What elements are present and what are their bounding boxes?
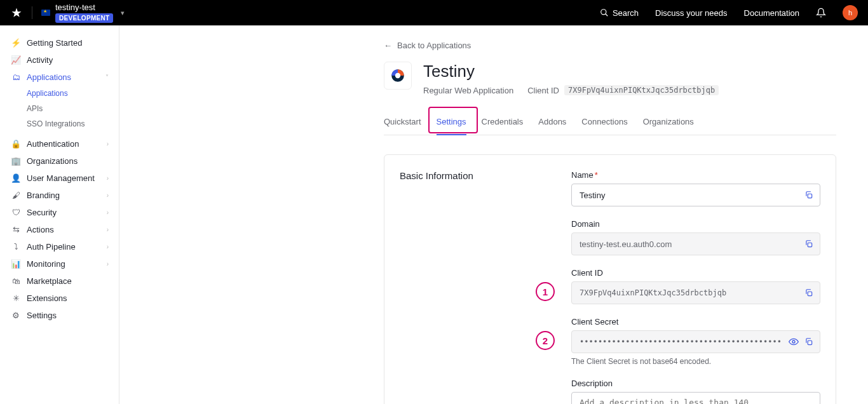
chevron-icon: › [107, 243, 109, 250]
svg-point-0 [601, 10, 606, 15]
sidebar-item-label: Auth Pipeline [27, 242, 76, 252]
basic-information-card: Basic Information Name* [384, 154, 836, 404]
description-label: Description [571, 379, 820, 388]
copy-client-id-button[interactable] [803, 286, 815, 299]
actions-icon: ⇆ [11, 226, 20, 234]
sidebar-item-marketplace[interactable]: 🛍Marketplace [0, 273, 119, 290]
svg-rect-5 [808, 243, 811, 246]
domain-input [571, 232, 820, 255]
annotation-2: 2 [536, 331, 555, 350]
sidebar-item-applications[interactable]: 🗂Applications˅ [0, 69, 119, 86]
security-icon: 🛡 [11, 208, 20, 217]
sidebar-subitem-applications-sub[interactable]: Applications [27, 87, 119, 100]
client-secret-field: 2 Client Secret The Client Secret is not [571, 317, 820, 366]
sidebar-item-organizations[interactable]: 🏢Organizations [0, 152, 119, 170]
sidebar-item-label: Getting Started [27, 38, 82, 48]
authentication-icon: 🔒 [11, 140, 20, 149]
application-type: Regular Web Application [423, 86, 513, 95]
name-label: Name* [571, 170, 820, 180]
back-to-applications[interactable]: ← Back to Applications [384, 41, 836, 50]
svg-point-7 [792, 340, 795, 343]
copy-domain-button[interactable] [803, 238, 815, 250]
chevron-icon: › [107, 140, 109, 147]
sidebar-item-security[interactable]: 🛡Security› [0, 204, 119, 221]
notifications-button[interactable] [816, 8, 826, 18]
topbar-divider [32, 6, 32, 19]
tab-settings[interactable]: Settings [437, 111, 466, 135]
topbar: testiny-test DEVELOPMENT ▾ Search Discus… [0, 0, 868, 25]
sidebar-item-label: Extensions [27, 293, 67, 303]
tab-credentials[interactable]: Credentials [482, 111, 524, 135]
bell-icon [816, 8, 826, 18]
name-field: Name* [571, 170, 820, 206]
client-secret-help: The Client Secret is not base64 encoded. [571, 357, 820, 366]
tab-organizations[interactable]: Organizations [643, 111, 694, 135]
user-avatar[interactable]: h [843, 5, 858, 20]
documentation-link[interactable]: Documentation [744, 8, 799, 18]
sidebar-item-label: Applications [27, 72, 71, 82]
sidebar-item-label: Organizations [27, 156, 78, 166]
tenant-switcher[interactable]: testiny-test DEVELOPMENT ▾ [41, 3, 125, 23]
copy-icon [804, 191, 813, 199]
sidebar-item-label: Security [27, 208, 57, 217]
copy-client-secret-button[interactable] [803, 335, 815, 348]
sidebar-item-auth-pipeline[interactable]: ⤵Auth Pipeline› [0, 238, 119, 255]
monitoring-icon: 📊 [11, 260, 20, 269]
sidebar-subitem-sso[interactable]: SSO Integrations [27, 118, 119, 130]
topbar-right: Search Discuss your needs Documentation … [600, 5, 858, 20]
getting-started-icon: ⚡ [11, 39, 20, 48]
user-management-icon: 👤 [11, 174, 20, 183]
sidebar-item-branding[interactable]: 🖌Branding› [0, 187, 119, 204]
main-content: ← Back to Applications Testiny Regular W… [119, 25, 868, 404]
domain-label: Domain [571, 219, 820, 229]
sidebar-item-label: Monitoring [27, 259, 65, 269]
organizations-icon: 🏢 [11, 157, 20, 166]
extensions-icon: ✳ [11, 294, 20, 303]
domain-field: Domain [571, 219, 820, 255]
application-header: Testiny Regular Web Application Client I… [384, 62, 836, 95]
chevron-icon: ˅ [105, 74, 109, 81]
application-tabs: QuickstartSettingsCredentialsAddonsConne… [384, 111, 836, 135]
copy-name-button[interactable] [803, 189, 815, 201]
reveal-secret-button[interactable] [787, 335, 800, 348]
sidebar-item-label: Branding [27, 191, 60, 200]
auth0-logo[interactable] [10, 6, 23, 19]
client-id-label: Client ID [571, 268, 820, 278]
sidebar-item-getting-started[interactable]: ⚡Getting Started [0, 34, 119, 51]
auth-pipeline-icon: ⤵ [11, 243, 20, 252]
sidebar-item-activity[interactable]: 📈Activity [0, 51, 119, 69]
sidebar-item-actions[interactable]: ⇆Actions› [0, 221, 119, 238]
tab-connections[interactable]: Connections [581, 111, 627, 135]
sidebar-item-label: Settings [27, 311, 57, 320]
sidebar-item-authentication[interactable]: 🔒Authentication› [0, 135, 119, 152]
section-title: Basic Information [400, 170, 552, 404]
sidebar-subitem-apis[interactable]: APIs [27, 102, 119, 115]
sidebar-item-label: Marketplace [27, 276, 72, 286]
name-input[interactable] [571, 184, 820, 206]
client-id-value-inline: 7X9FpVq4uixnPIQKtxJqc35drbctbjqb [564, 85, 719, 95]
activity-icon: 📈 [11, 56, 20, 65]
tab-quickstart[interactable]: Quickstart [384, 111, 421, 135]
search-label: Search [613, 8, 639, 18]
search-button[interactable]: Search [600, 8, 639, 18]
tenant-name: testiny-test [55, 3, 95, 12]
discuss-link[interactable]: Discuss your needs [655, 8, 727, 18]
sidebar-item-extensions[interactable]: ✳Extensions [0, 290, 119, 307]
sidebar-item-user-management[interactable]: 👤User Management› [0, 170, 119, 187]
description-input[interactable] [571, 392, 820, 404]
chevron-icon: › [107, 226, 109, 233]
sidebar: ⚡Getting Started📈Activity🗂Applications˅A… [0, 25, 119, 404]
svg-rect-6 [808, 292, 811, 295]
svg-point-3 [395, 73, 400, 78]
svg-rect-4 [808, 194, 811, 198]
sidebar-item-label: Activity [27, 55, 53, 65]
sidebar-item-settings[interactable]: ⚙Settings [0, 307, 119, 324]
client-secret-input [571, 330, 820, 353]
copy-icon [804, 239, 813, 248]
eye-icon [789, 337, 799, 347]
sidebar-item-monitoring[interactable]: 📊Monitoring› [0, 255, 119, 273]
client-secret-label: Client Secret [571, 317, 820, 327]
tab-addons[interactable]: Addons [538, 111, 566, 135]
arrow-left-icon: ← [384, 41, 392, 50]
client-id-inline: Client ID 7X9FpVq4uixnPIQKtxJqc35drbctbj… [527, 85, 719, 95]
